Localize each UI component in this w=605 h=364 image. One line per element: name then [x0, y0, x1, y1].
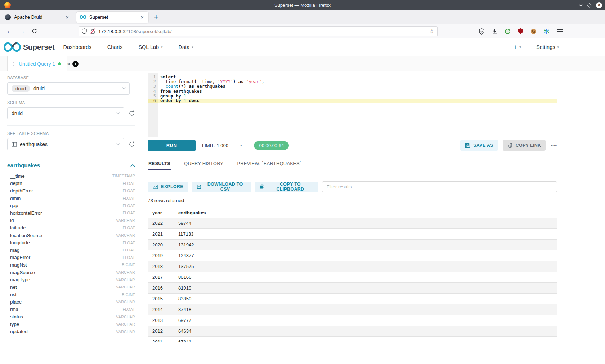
nav-charts[interactable]: Charts: [107, 44, 123, 50]
code-line[interactable]: group by 1: [158, 94, 557, 99]
superset-logo[interactable]: Superset: [4, 42, 54, 52]
browser-tab-superset[interactable]: Superset ×: [76, 12, 148, 23]
schema-select[interactable]: druid: [7, 107, 124, 119]
column-row[interactable]: magErrorFLOAT: [7, 254, 135, 261]
table-row[interactable]: 2019124377: [148, 250, 557, 261]
nav-data[interactable]: Data▾: [179, 44, 193, 50]
tab-close-icon[interactable]: ×: [64, 14, 70, 20]
sparkle-extension-icon[interactable]: [544, 28, 550, 34]
save-as-button[interactable]: SAVE AS: [460, 140, 498, 151]
nav-sql-lab[interactable]: SQL Lab▾: [138, 44, 162, 50]
column-row[interactable]: latitudeFLOAT: [7, 224, 135, 232]
column-header-year[interactable]: year: [148, 208, 174, 218]
query-tab-untitled-1[interactable]: ⋮ Untitled Query 1 ×: [7, 56, 67, 71]
table-row[interactable]: 2020131942: [148, 240, 557, 250]
refresh-schema-icon[interactable]: [129, 110, 135, 117]
window-maximize-icon[interactable]: [587, 3, 592, 8]
table-row[interactable]: 2021117133: [148, 229, 557, 240]
column-row[interactable]: magNstBIGINT: [7, 261, 135, 269]
explore-button[interactable]: EXPLORE: [148, 182, 188, 192]
table-row[interactable]: 2018137575: [148, 261, 557, 272]
collapse-chevron-up-icon[interactable]: [130, 164, 135, 167]
tab-close-icon[interactable]: ×: [139, 14, 145, 20]
table-cell: 2014: [148, 304, 174, 315]
column-row[interactable]: dminFLOAT: [7, 195, 135, 202]
table-row[interactable]: 201264634: [148, 326, 557, 337]
extension-green-icon[interactable]: [505, 29, 510, 34]
tracking-shield-icon[interactable]: [82, 28, 87, 34]
column-row[interactable]: magTypeVARCHAR: [7, 276, 135, 283]
drag-handle-icon[interactable]: ⋮: [11, 61, 15, 67]
table-row[interactable]: 201786166: [148, 272, 557, 283]
column-row[interactable]: statusVARCHAR: [7, 313, 135, 320]
url-bar[interactable]: 172.18.0.3:32108/superset/sqllab/ ☆: [79, 26, 438, 36]
cookie-extension-icon[interactable]: [531, 29, 536, 34]
copy-clipboard-button[interactable]: COPY TO CLIPBOARD: [255, 182, 318, 192]
column-row[interactable]: locationSourceVARCHAR: [7, 232, 135, 239]
filter-results-input[interactable]: [322, 181, 557, 192]
run-button[interactable]: RUN: [148, 140, 196, 151]
column-row[interactable]: placeVARCHAR: [7, 298, 135, 306]
column-row[interactable]: updatedVARCHAR: [7, 328, 135, 335]
window-minimize-icon[interactable]: [579, 4, 583, 6]
table-row[interactable]: 201681919: [148, 283, 557, 294]
download-csv-button[interactable]: DOWNLOAD TO CSV: [192, 182, 252, 192]
tab-query-history[interactable]: QUERY HISTORY: [183, 158, 224, 170]
column-row[interactable]: netVARCHAR: [7, 283, 135, 291]
code-line[interactable]: order by 1 desc: [158, 99, 557, 103]
table-row[interactable]: 201583850: [148, 294, 557, 304]
column-name: magType: [10, 277, 30, 282]
column-row[interactable]: depthFLOAT: [7, 180, 135, 187]
table-name-heading[interactable]: earthquakes: [7, 162, 40, 169]
column-row[interactable]: magFLOAT: [7, 246, 135, 254]
editor-code[interactable]: select time_format(__time, 'YYYY') as "y…: [158, 73, 557, 137]
column-name: magSource: [10, 270, 35, 275]
browser-tab-apache-druid[interactable]: Apache Druid ×: [1, 12, 73, 23]
column-row[interactable]: depthErrorFLOAT: [7, 187, 135, 195]
tab-preview-earthquakes[interactable]: PREVIEW: `EARTHQUAKES`: [236, 158, 302, 170]
column-row[interactable]: nstBIGINT: [7, 291, 135, 299]
column-row[interactable]: longitudeFLOAT: [7, 239, 135, 246]
column-row[interactable]: horizontalErrorFLOAT: [7, 209, 135, 217]
settings-menu[interactable]: Settings▾: [536, 44, 559, 50]
column-row[interactable]: typeVARCHAR: [7, 320, 135, 328]
database-select[interactable]: druid druid: [7, 82, 130, 95]
sql-editor[interactable]: 123456 select time_format(__time, 'YYYY'…: [148, 73, 557, 137]
table-row[interactable]: 201167841: [148, 337, 557, 343]
column-header-earthquakes[interactable]: earthquakes: [174, 208, 557, 218]
column-row[interactable]: idVARCHAR: [7, 217, 135, 224]
firefox-window: Superset — Mozilla Firefox × Apache Drui…: [0, 0, 605, 364]
table-row[interactable]: 201369777: [148, 315, 557, 326]
new-item-button[interactable]: +▾: [514, 43, 521, 51]
tab-results[interactable]: RESULTS: [148, 158, 171, 170]
code-line[interactable]: count(*) as earthquakes: [158, 84, 557, 89]
table-row[interactable]: 202259744: [148, 218, 557, 229]
table-select[interactable]: earthquakes: [7, 138, 124, 150]
reload-icon[interactable]: [32, 28, 37, 34]
column-row[interactable]: gapFLOAT: [7, 202, 135, 209]
table-cell: 124377: [174, 250, 557, 261]
downloads-icon[interactable]: [492, 28, 497, 34]
limit-dropdown[interactable]: LIMIT: 1 000 ▾: [202, 143, 242, 148]
more-menu-button[interactable]: •••: [551, 143, 557, 148]
protection-shield-icon[interactable]: [479, 28, 484, 35]
table-row[interactable]: 201487418: [148, 304, 557, 315]
ublock-shield-icon[interactable]: [518, 28, 523, 34]
window-close-icon[interactable]: ×: [596, 2, 602, 8]
column-type: FLOAT: [122, 248, 135, 252]
pane-splitter[interactable]: [148, 154, 557, 158]
back-icon[interactable]: ←: [6, 28, 13, 35]
copy-link-button[interactable]: COPY LINK: [503, 140, 546, 151]
column-row[interactable]: rmsFLOAT: [7, 306, 135, 313]
column-row[interactable]: __timeTIMESTAMP: [7, 172, 135, 180]
new-tab-button[interactable]: +: [154, 13, 158, 21]
bookmark-star-icon[interactable]: ☆: [430, 28, 434, 35]
menu-hamburger-icon[interactable]: [557, 28, 563, 35]
nav-dashboards[interactable]: Dashboards: [63, 44, 91, 50]
code-line[interactable]: from earthquakes: [158, 89, 557, 94]
forward-icon[interactable]: →: [19, 28, 25, 35]
column-row[interactable]: magSourceVARCHAR: [7, 269, 135, 276]
insecure-lock-icon[interactable]: [90, 28, 95, 34]
add-query-tab[interactable]: +: [67, 56, 84, 71]
refresh-table-icon[interactable]: [129, 141, 135, 147]
